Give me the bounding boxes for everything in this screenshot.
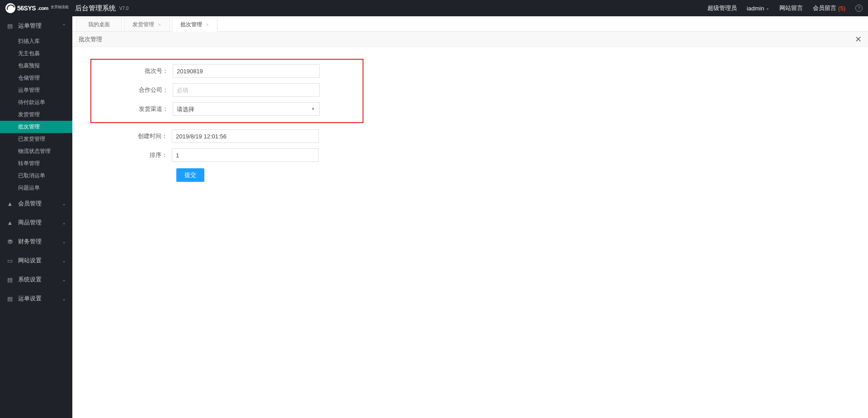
logo-text-domain: .com: [38, 5, 48, 11]
role-label: 超级管理员: [708, 4, 737, 12]
header-right: 超级管理员 iadmin ⌄ 网站留言 会员留言 (5) ?: [708, 4, 863, 12]
chevron-down-icon: ⌄: [766, 6, 769, 10]
member-messages-link[interactable]: 会员留言 (5): [813, 4, 845, 12]
member-msg-count: (5): [838, 5, 845, 12]
member-msg-label: 会员留言: [813, 4, 836, 12]
help-icon: ?: [855, 5, 863, 12]
top-header: 56SYS.com 全景物流链 后台管理系统 V7.0 超级管理员 iadmin…: [0, 0, 868, 16]
version-label: V7.0: [119, 6, 129, 11]
help-button[interactable]: ?: [855, 5, 863, 12]
logo-text-main: 56SYS: [17, 5, 36, 12]
logo-icon: [5, 3, 15, 13]
logo[interactable]: 56SYS.com 全景物流链: [5, 3, 69, 13]
system-title: 后台管理系统: [75, 4, 116, 13]
username: iadmin: [747, 5, 764, 12]
user-menu[interactable]: iadmin ⌄: [747, 5, 769, 12]
site-messages-link[interactable]: 网站留言: [779, 4, 803, 12]
logo-subtitle: 全景物流链: [51, 5, 69, 10]
